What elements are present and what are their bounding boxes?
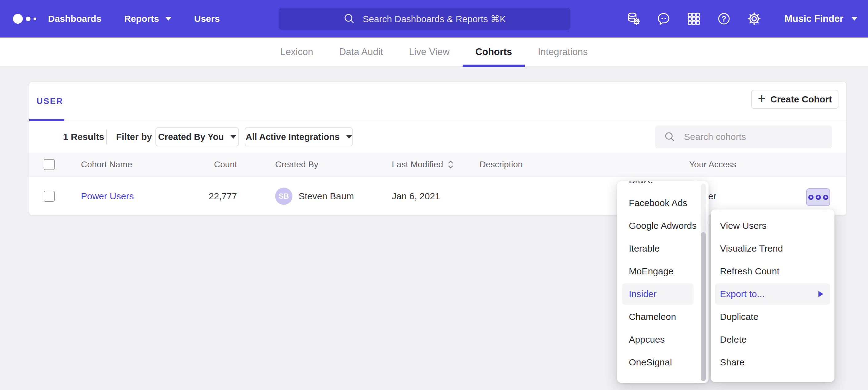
ellipsis-icon bbox=[808, 195, 813, 200]
row-checkbox[interactable] bbox=[44, 191, 55, 202]
ellipsis-icon bbox=[816, 195, 821, 200]
create-cohort-button[interactable]: + Create Cohort bbox=[751, 90, 838, 109]
cohorts-panel: USER + Create Cohort 1 Results Filter by… bbox=[29, 82, 846, 215]
divider bbox=[106, 129, 107, 144]
tab-label: Lexicon bbox=[280, 46, 313, 58]
menu-item-braze[interactable]: Braze bbox=[617, 181, 709, 192]
ellipsis-icon bbox=[823, 195, 828, 200]
feedback-icon[interactable] bbox=[656, 12, 671, 26]
results-count: 1 Results bbox=[63, 132, 104, 142]
header-cohort-name: Cohort Name bbox=[81, 160, 132, 169]
menu-item-chameleon[interactable]: Chameleon bbox=[617, 305, 709, 328]
sort-icon bbox=[447, 160, 454, 169]
menu-item-refresh-count[interactable]: Refresh Count bbox=[711, 260, 834, 283]
created-by-name: Steven Baum bbox=[299, 191, 354, 201]
plus-icon: + bbox=[758, 91, 766, 106]
project-selector[interactable]: Music Finder bbox=[784, 13, 858, 24]
menu-item-iterable[interactable]: Iterable bbox=[617, 237, 709, 260]
tab-lexicon[interactable]: Lexicon bbox=[280, 37, 313, 66]
tab-label: Live View bbox=[409, 46, 450, 58]
chevron-down-icon bbox=[346, 135, 352, 139]
logo-dots-icon[interactable] bbox=[13, 0, 36, 37]
cohort-count: 22,777 bbox=[182, 191, 237, 201]
tab-live-view[interactable]: Live View bbox=[409, 37, 450, 66]
row-actions-button[interactable] bbox=[806, 188, 830, 206]
cohort-name-link[interactable]: Power Users bbox=[81, 191, 134, 201]
created-by-filter-dropdown[interactable]: Created By You bbox=[155, 127, 239, 147]
last-modified-cell: Jan 6, 2021 bbox=[392, 191, 440, 201]
menu-item-appcues[interactable]: Appcues bbox=[617, 328, 709, 351]
header-last-modified[interactable]: Last Modified bbox=[392, 160, 454, 169]
menu-item-delete[interactable]: Delete bbox=[711, 328, 834, 351]
submenu-arrow-icon bbox=[818, 291, 824, 297]
nav-item-label: Reports bbox=[124, 13, 159, 24]
filter-row: 1 Results Filter by Created By You All A… bbox=[29, 121, 846, 153]
select-all-checkbox[interactable] bbox=[44, 159, 55, 170]
menu-item-share[interactable]: Share bbox=[711, 351, 834, 374]
global-search-button[interactable]: Search Dashboards & Reports ⌘K bbox=[279, 8, 570, 30]
menu-item-moengage[interactable]: MoEngage bbox=[617, 260, 709, 283]
chevron-down-icon bbox=[230, 135, 236, 139]
header-created-by: Created By bbox=[275, 160, 318, 169]
project-name: Music Finder bbox=[784, 13, 843, 24]
integrations-filter-dropdown[interactable]: All Active Integrations bbox=[245, 127, 353, 147]
tab-user-cohorts[interactable]: USER bbox=[37, 97, 63, 106]
cohort-search-input[interactable] bbox=[683, 131, 819, 142]
row-actions-menu: View Users Visualize Trend Refresh Count… bbox=[711, 209, 834, 382]
avatar: SB bbox=[275, 188, 292, 205]
created-by-cell: SB Steven Baum bbox=[275, 188, 354, 205]
settings-gear-icon[interactable] bbox=[747, 12, 761, 26]
menu-item-export-to[interactable]: Export to... bbox=[711, 283, 834, 305]
menu-item-google-adwords[interactable]: Google Adwords bbox=[617, 215, 709, 237]
filter-by-label: Filter by bbox=[116, 132, 152, 142]
menu-item-view-users[interactable]: View Users bbox=[711, 215, 834, 237]
export-targets-list: Braze Facebook Ads Google Adwords Iterab… bbox=[617, 181, 709, 374]
active-tab-underline bbox=[29, 119, 64, 121]
menu-item-visualize-trend[interactable]: Visualize Trend bbox=[711, 237, 834, 260]
dropdown-value: Created By You bbox=[158, 132, 224, 142]
header-your-access: Your Access bbox=[689, 160, 736, 169]
nav-item-reports[interactable]: Reports bbox=[124, 13, 171, 24]
menu-item-duplicate[interactable]: Duplicate bbox=[711, 305, 834, 328]
nav-items: Dashboards Reports Users bbox=[48, 0, 243, 37]
header-description: Description bbox=[479, 160, 523, 169]
menu-scrollbar-thumb[interactable] bbox=[701, 232, 706, 381]
header-count: Count bbox=[182, 160, 237, 169]
header-label: Last Modified bbox=[392, 160, 443, 169]
export-targets-menu: Braze Facebook Ads Google Adwords Iterab… bbox=[617, 181, 709, 383]
tab-data-audit[interactable]: Data Audit bbox=[339, 37, 383, 66]
nav-item-users[interactable]: Users bbox=[194, 13, 220, 24]
menu-item-insider[interactable]: Insider bbox=[617, 283, 709, 305]
global-search-placeholder: Search Dashboards & Reports ⌘K bbox=[363, 13, 506, 24]
cohort-search bbox=[655, 126, 832, 148]
search-icon bbox=[663, 131, 676, 143]
search-icon bbox=[343, 12, 356, 25]
menu-item-facebook-ads[interactable]: Facebook Ads bbox=[617, 192, 709, 215]
svg-text:?: ? bbox=[721, 14, 726, 23]
top-nav: Dashboards Reports Users Search Dashboar… bbox=[0, 0, 868, 37]
menu-item-onesignal[interactable]: OneSignal bbox=[617, 351, 709, 374]
chevron-down-icon bbox=[165, 17, 172, 21]
apps-grid-icon[interactable] bbox=[687, 12, 701, 26]
tab-label: Integrations bbox=[538, 46, 588, 58]
help-icon[interactable]: ? bbox=[717, 12, 731, 26]
data-management-icon[interactable] bbox=[626, 12, 641, 26]
table-header: Cohort Name Count Created By Last Modifi… bbox=[29, 153, 846, 177]
tab-label: Cohorts bbox=[475, 46, 512, 58]
section-tabs: Lexicon Data Audit Live View Cohorts Int… bbox=[0, 37, 868, 67]
nav-item-label: Dashboards bbox=[48, 13, 101, 24]
nav-item-dashboards[interactable]: Dashboards bbox=[48, 13, 101, 24]
create-cohort-label: Create Cohort bbox=[770, 94, 832, 105]
tab-cohorts[interactable]: Cohorts bbox=[475, 37, 512, 66]
tab-integrations[interactable]: Integrations bbox=[538, 37, 588, 66]
dropdown-value: All Active Integrations bbox=[246, 132, 340, 142]
tab-label: Data Audit bbox=[339, 46, 383, 58]
chevron-down-icon bbox=[851, 17, 858, 21]
nav-item-label: Users bbox=[194, 13, 220, 24]
cohort-type-tabs: USER + Create Cohort bbox=[29, 82, 846, 121]
nav-right: ? Music Finder bbox=[626, 0, 858, 37]
